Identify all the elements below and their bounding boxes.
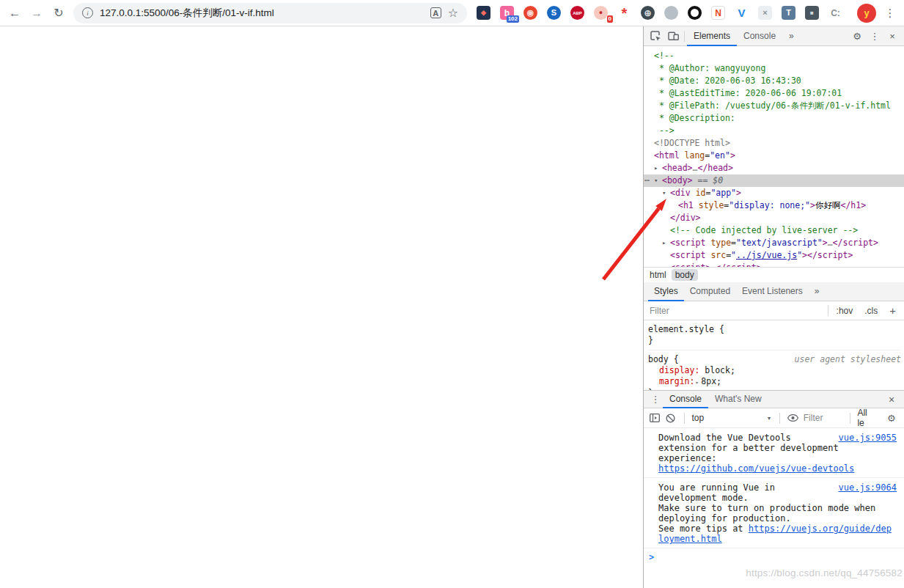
toggle-hover-state[interactable]: :hov: [831, 306, 859, 316]
dom-tree-line[interactable]: * @LastEditTime: 2020-06-06 19:07:01: [644, 87, 904, 100]
brace: }: [648, 335, 653, 345]
clear-console-icon[interactable]: [665, 411, 676, 425]
browser-menu-button[interactable]: ⋮: [881, 7, 900, 20]
log-levels-dropdown[interactable]: All le: [857, 408, 873, 428]
extension-icon-12[interactable]: V: [735, 6, 749, 20]
dom-tree-line[interactable]: <!--: [644, 50, 904, 62]
dom-tree-line[interactable]: </div>: [644, 212, 904, 224]
more-tabs-icon[interactable]: »: [782, 26, 801, 46]
extension-icon-2[interactable]: b102: [500, 6, 514, 20]
forward-button[interactable]: →: [26, 3, 47, 23]
source-link[interactable]: vue.js:9064: [839, 482, 897, 493]
dom-tree-line[interactable]: ▾<div id="app">: [644, 187, 904, 199]
reload-button[interactable]: ↻: [48, 3, 69, 23]
dom-tree-line[interactable]: ▸<script> </script>: [644, 262, 904, 267]
dom-tree-line[interactable]: ▸<head>…</head>: [644, 162, 904, 174]
forward-icon: →: [31, 7, 43, 19]
url-text[interactable]: 127.0.0.1:5500/06-条件判断/01-v-if.html: [100, 7, 424, 20]
expand-arrow-icon[interactable]: ▸: [662, 262, 666, 267]
code-segment: "en": [710, 150, 730, 161]
breadcrumb-html[interactable]: html: [650, 270, 666, 280]
collapse-arrow-icon[interactable]: ▾: [654, 174, 658, 187]
extension-icon-14[interactable]: T: [782, 6, 795, 20]
bookmark-star-icon[interactable]: ☆: [448, 7, 458, 19]
dom-tree-line[interactable]: * @Description:: [644, 112, 904, 125]
tab-whats-new[interactable]: What's New: [708, 391, 768, 408]
message-link[interactable]: https://github.com/vuejs/vue-devtools: [658, 463, 854, 474]
css-property[interactable]: margin:▸8px;: [648, 376, 901, 388]
dom-tree-line[interactable]: <!DOCTYPE html>: [644, 137, 904, 150]
source-link[interactable]: vue.js:9055: [839, 433, 897, 443]
code-segment: "text/javascript": [736, 238, 823, 248]
tab-styles[interactable]: Styles: [648, 282, 684, 301]
extension-icon-4[interactable]: S: [547, 6, 561, 20]
extension-icon-16[interactable]: C:: [828, 6, 842, 20]
resource-link[interactable]: ../js/vue.js: [736, 250, 797, 260]
url-bar[interactable]: i 127.0.0.1:5500/06-条件判断/01-v-if.html A …: [73, 3, 467, 23]
translate-icon[interactable]: A: [430, 7, 441, 18]
console-close-icon[interactable]: ×: [883, 394, 900, 405]
extension-icon-3[interactable]: ◉: [523, 6, 537, 20]
divider: [779, 413, 780, 424]
dom-tree-line[interactable]: * @FilePath: /vuestudy/06-条件判断/01-v-if.h…: [644, 100, 904, 112]
settings-gear-icon[interactable]: ⚙: [848, 27, 866, 45]
styles-filter-input[interactable]: Filter: [650, 306, 826, 316]
extensions-bar: ◆b102◉SABP●0*⊕NV×T■C:: [470, 6, 849, 20]
dom-tree-line[interactable]: * @Author: wangyuyong: [644, 62, 904, 75]
devtools-panel: Elements Console » ⚙ ⋮ × <!-- * @Author:…: [643, 26, 904, 588]
more-style-tabs-icon[interactable]: »: [809, 282, 826, 301]
context-selector-dropdown[interactable]: top ▼: [692, 413, 772, 423]
device-toolbar-icon[interactable]: [664, 27, 682, 45]
expand-arrow-icon[interactable]: ▸: [654, 162, 658, 174]
style-rule-element[interactable]: element.style { }: [648, 324, 901, 346]
devtools-close-icon[interactable]: ×: [883, 27, 901, 45]
extension-icon-6[interactable]: ●0: [594, 6, 608, 20]
tab-computed[interactable]: Computed: [684, 282, 736, 301]
extension-badge: 0: [607, 15, 613, 23]
extension-glyph: *: [622, 6, 628, 21]
new-style-rule-button[interactable]: +: [883, 304, 898, 317]
property-name: margin:: [659, 376, 694, 386]
extension-icon-1[interactable]: ◆: [477, 6, 490, 20]
css-property[interactable]: display: block;: [648, 365, 901, 376]
profile-avatar[interactable]: y: [857, 4, 876, 23]
console-sidebar-icon[interactable]: [649, 411, 660, 425]
dom-tree-line[interactable]: -->: [644, 125, 904, 137]
collapse-arrow-icon[interactable]: ▾: [662, 187, 666, 199]
tab-elements[interactable]: Elements: [687, 26, 737, 46]
extension-icon-10[interactable]: [688, 6, 702, 20]
dom-tree-line[interactable]: <script src="../js/vue.js"></script>: [644, 249, 904, 262]
tab-event-listeners[interactable]: Event Listeners: [736, 282, 809, 301]
code-segment: =: [731, 238, 736, 248]
expand-arrow-icon[interactable]: ▸: [695, 379, 699, 386]
dom-tree-line[interactable]: <!-- Code injected by live-server -->: [644, 224, 904, 237]
extension-icon-5[interactable]: ABP: [570, 6, 584, 20]
dom-tree-line[interactable]: * @Date: 2020-06-03 16:43:30: [644, 75, 904, 87]
dom-tree-line[interactable]: <h1 style="display: none;">你好啊</h1>: [644, 199, 904, 212]
page-info-icon[interactable]: i: [82, 7, 93, 18]
console-drawer-menu-icon[interactable]: ⋮: [648, 394, 663, 405]
expand-arrow-icon[interactable]: ▸: [662, 237, 666, 249]
extension-icon-7[interactable]: *: [617, 6, 631, 20]
console-settings-icon[interactable]: ⚙: [884, 409, 899, 427]
extension-icon-11[interactable]: N: [711, 6, 725, 20]
devtools-menu-icon[interactable]: ⋮: [866, 27, 883, 45]
extension-icon-9[interactable]: [664, 6, 678, 20]
console-prompt[interactable]: >: [644, 548, 904, 565]
console-filter-input[interactable]: Filter: [804, 413, 842, 423]
dom-tree-line[interactable]: ▸<script type="text/javascript">…</scrip…: [644, 237, 904, 249]
toggle-element-classes[interactable]: .cls: [859, 306, 883, 316]
live-expression-eye-icon[interactable]: [787, 411, 798, 425]
breadcrumb-body[interactable]: body: [672, 269, 698, 281]
extension-icon-13[interactable]: ×: [758, 6, 772, 20]
style-rule-body[interactable]: user agent stylesheetbody { display: blo…: [648, 350, 901, 390]
inspect-element-icon[interactable]: [647, 27, 664, 45]
dom-tree-line[interactable]: <html lang="en">: [644, 150, 904, 162]
extension-icon-15[interactable]: ■: [805, 6, 819, 20]
extension-icon-8[interactable]: ⊕: [641, 6, 655, 20]
dom-tree-line[interactable]: ⋯▾<body> == $0: [644, 174, 904, 187]
page-viewport: [0, 26, 643, 588]
tab-console-drawer[interactable]: Console: [663, 391, 708, 408]
tab-console[interactable]: Console: [737, 26, 782, 46]
back-button[interactable]: ←: [4, 3, 25, 23]
